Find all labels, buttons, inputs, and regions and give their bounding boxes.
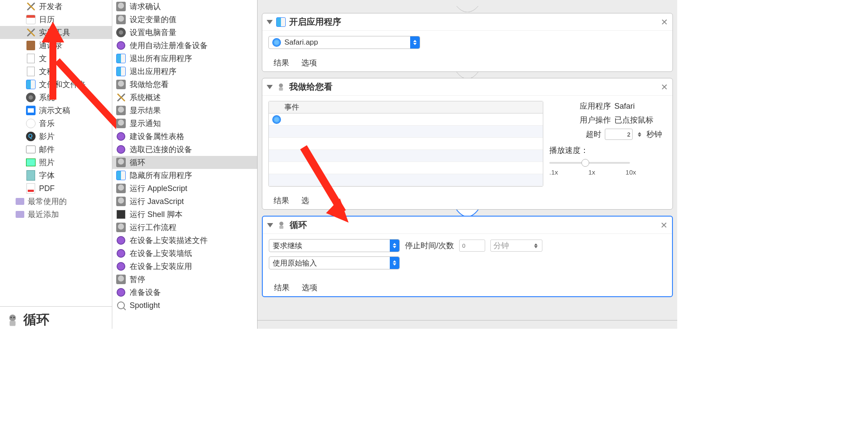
stepper-icon[interactable]: [636, 132, 643, 137]
close-icon[interactable]: ✕: [661, 17, 668, 27]
purple-ic-icon: [116, 235, 126, 246]
options-tab[interactable]: 选项: [301, 58, 317, 68]
action-item[interactable]: 请求确认: [112, 0, 257, 13]
action-item[interactable]: 使用自动注册准备设备: [112, 39, 257, 52]
auto-ic-icon: [116, 196, 126, 207]
disclosure-triangle-icon[interactable]: [267, 85, 273, 89]
action-item[interactable]: 显示结果: [112, 104, 257, 117]
action-item[interactable]: 退出应用程序: [112, 65, 257, 78]
category-item[interactable]: 开发者: [0, 0, 112, 13]
results-tab[interactable]: 结果: [274, 58, 289, 68]
svg-point-2: [10, 317, 12, 318]
close-icon[interactable]: ✕: [661, 82, 668, 92]
close-icon[interactable]: ✕: [660, 220, 668, 230]
table-row[interactable]: [269, 174, 543, 186]
photo-ic-icon: [26, 158, 36, 167]
timeout-input[interactable]: [605, 129, 633, 140]
action-item[interactable]: 运行 JavaScript: [112, 195, 257, 208]
category-item[interactable]: PDF: [0, 182, 112, 195]
finder-ic-icon: [116, 66, 126, 77]
svg-point-0: [9, 314, 16, 321]
options-tab[interactable]: 选: [301, 195, 309, 206]
font-ic-icon: [26, 171, 36, 180]
disclosure-triangle-icon[interactable]: [267, 20, 273, 24]
action-item[interactable]: Spotlight: [112, 299, 257, 312]
loop-mode-select[interactable]: 要求继续: [269, 239, 400, 252]
results-tab[interactable]: 结果: [274, 282, 290, 293]
workflow-canvas: 开启应用程序 ✕ Safari.app 结果 选项: [258, 0, 677, 329]
action-item[interactable]: 退出所有应用程序: [112, 52, 257, 65]
table-row[interactable]: [269, 150, 543, 162]
table-row[interactable]: [269, 138, 543, 150]
action-item[interactable]: 设置电脑音量: [112, 26, 257, 39]
table-row[interactable]: [269, 162, 543, 174]
category-item[interactable]: 字体: [0, 169, 112, 182]
category-item[interactable]: 演示文稿: [0, 104, 112, 117]
sidebar-footer: 循环: [0, 306, 112, 329]
sidebar-section[interactable]: 最常使用的: [0, 195, 112, 208]
workflow-card-watch-me-do[interactable]: 我做给您看 ✕ 事件: [262, 78, 673, 210]
action-item[interactable]: 系统概述: [112, 91, 257, 104]
category-item[interactable]: 日历: [0, 13, 112, 26]
category-item[interactable]: 实用工具: [0, 26, 112, 39]
action-item[interactable]: 运行 Shell 脚本: [112, 208, 257, 221]
action-item[interactable]: 在设备上安装应用: [112, 260, 257, 273]
auto-ic-icon: [116, 14, 126, 25]
automator-icon: [276, 82, 286, 92]
purple-ic-icon: [116, 287, 126, 298]
loop-input-select[interactable]: 使用原始输入: [269, 256, 400, 269]
table997664[interactable]: [269, 113, 543, 126]
auto-ic-icon: [116, 222, 126, 233]
category-item[interactable]: 文: [0, 52, 112, 65]
disclosure-triangle-icon[interactable]: [267, 223, 273, 227]
category-item[interactable]: 影片: [0, 130, 112, 143]
svg-rect-1: [10, 321, 16, 326]
options-tab[interactable]: 选项: [302, 282, 317, 293]
folder-icon: [16, 198, 24, 205]
category-sidebar: 开发者日历实用工具通讯录文文稿文件和文件夹系统演示文稿音乐影片邮件照片字体PDF…: [0, 0, 112, 329]
action-item[interactable]: 建设备属性表格: [112, 130, 257, 143]
music-ic-icon: [26, 119, 36, 128]
stop-label: 停止时间/次数: [405, 240, 454, 251]
playback-speed-slider[interactable]: [549, 158, 630, 168]
action-item[interactable]: 在设备上安装墙纸: [112, 247, 257, 260]
category-item[interactable]: 系统: [0, 91, 112, 104]
auto-ic-icon: [116, 79, 126, 90]
stop-count-input[interactable]: [459, 240, 485, 252]
workflow-card-loop[interactable]: 循环 ✕ 要求继续 停止时间/次数 分钟: [262, 216, 673, 297]
category-item[interactable]: 通讯录: [0, 39, 112, 52]
svg-point-3: [13, 317, 15, 318]
card-title: 开启应用程序: [289, 16, 341, 28]
unit-select[interactable]: 分钟: [490, 240, 542, 252]
table-row[interactable]: [269, 126, 543, 138]
category-item[interactable]: 邮件: [0, 143, 112, 156]
auto-ic-icon: [116, 183, 126, 194]
workflow-card-open-app[interactable]: 开启应用程序 ✕ Safari.app 结果 选项: [262, 13, 673, 72]
action-item[interactable]: 显示通知: [112, 117, 257, 130]
action-item[interactable]: 准备设备: [112, 286, 257, 299]
safari-icon: [272, 115, 281, 124]
action-item[interactable]: 选取已连接的设备: [112, 143, 257, 156]
events-table[interactable]: 事件: [268, 101, 543, 187]
action-item[interactable]: 设定变量的值: [112, 13, 257, 26]
category-item[interactable]: 文件和文件夹: [0, 78, 112, 91]
action-item[interactable]: 循环: [112, 156, 257, 169]
category-item[interactable]: 文稿: [0, 65, 112, 78]
app-select[interactable]: Safari.app: [268, 36, 420, 49]
sidebar-section[interactable]: 最近添加: [0, 208, 112, 221]
action-item[interactable]: 暂停: [112, 273, 257, 286]
results-tab[interactable]: 结果: [274, 195, 289, 206]
action-item[interactable]: 运行 AppleScript: [112, 182, 257, 195]
action-item[interactable]: 运行工作流程: [112, 221, 257, 234]
gear-ic-icon: [26, 93, 36, 102]
action-item[interactable]: 隐藏所有应用程序: [112, 169, 257, 182]
page-ic-icon: [26, 54, 36, 63]
category-item[interactable]: 音乐: [0, 117, 112, 130]
term-ic-icon: [116, 209, 126, 220]
action-item[interactable]: 在设备上安装描述文件: [112, 234, 257, 247]
svg-rect-5: [279, 87, 283, 90]
book-ic-icon: [26, 41, 36, 50]
action-item[interactable]: 我做给您看: [112, 78, 257, 91]
x-tools-icon: [26, 2, 36, 11]
category-item[interactable]: 照片: [0, 156, 112, 169]
